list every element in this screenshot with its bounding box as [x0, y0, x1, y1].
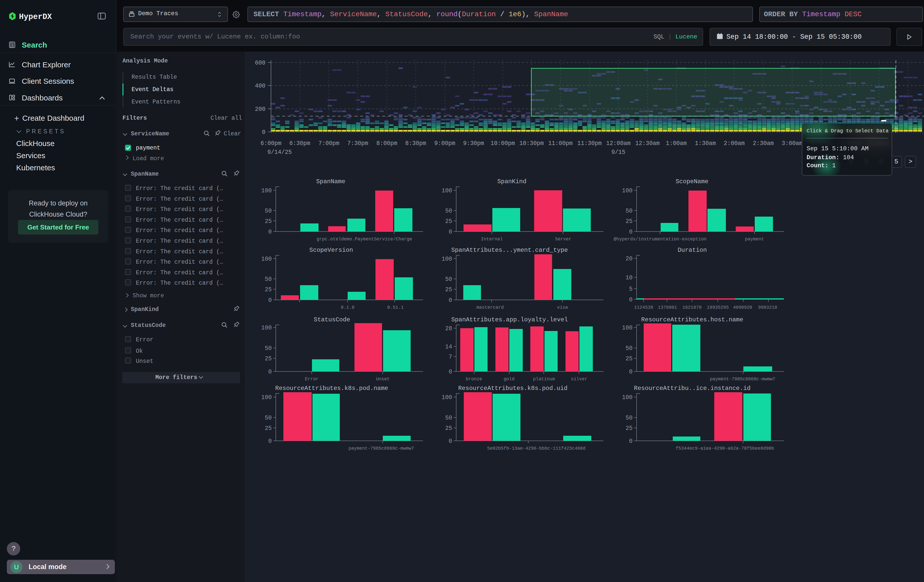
svg-text:50: 50: [445, 276, 452, 283]
svg-text:0: 0: [449, 229, 452, 235]
svg-text:14: 14: [445, 344, 452, 350]
svg-text:ResourceAttributes.host.name: ResourceAttributes.host.name: [641, 316, 743, 323]
svg-text:@hyperdx/instrumentation-excep: @hyperdx/instrumentation-exception: [614, 237, 706, 242]
svg-text:1:00am: 1:00am: [666, 140, 687, 147]
svg-text:f5344ec9-a1ea-4290-a62a-78f5be: f5344ec9-a1ea-4290-a62a-78f5bee8d90b: [676, 446, 774, 451]
svg-text:100: 100: [261, 325, 272, 331]
svg-text:25: 25: [625, 218, 632, 225]
svg-text:100: 100: [622, 325, 632, 331]
svg-text:25: 25: [265, 218, 272, 225]
svg-text:0.51.1: 0.51.1: [387, 305, 404, 310]
svg-text:0: 0: [629, 297, 632, 303]
svg-text:50: 50: [625, 345, 632, 352]
svg-text:grpc.oteldemo.PaymentService/C: grpc.oteldemo.PaymentService/Charge: [317, 237, 412, 242]
svg-text:ResourceAttribu..ice.instance.: ResourceAttribu..ice.instance.id: [634, 385, 751, 392]
svg-text:50: 50: [625, 415, 632, 421]
svg-text:0: 0: [268, 229, 272, 235]
svg-text:100: 100: [261, 188, 272, 194]
svg-text:100: 100: [442, 188, 452, 194]
svg-text:10:00pm: 10:00pm: [491, 140, 515, 147]
svg-text:50: 50: [445, 208, 452, 214]
svg-text:0: 0: [629, 369, 632, 375]
svg-text:Internal: Internal: [481, 237, 503, 242]
svg-text:0: 0: [449, 438, 452, 445]
svg-text:9983218: 9983218: [758, 305, 777, 310]
svg-text:Server: Server: [555, 237, 572, 242]
svg-text:SpanAttributes.app.loyalty.lev: SpanAttributes.app.loyalty.level: [451, 316, 568, 323]
svg-text:1621070: 1621070: [682, 305, 701, 310]
svg-text:10: 10: [625, 275, 632, 281]
svg-text:7:30pm: 7:30pm: [347, 140, 368, 147]
svg-text:payment-7985c8969c-mwmw7: payment-7985c8969c-mwmw7: [348, 446, 414, 451]
svg-text:0: 0: [262, 129, 266, 136]
svg-text:25: 25: [625, 425, 632, 432]
svg-text:100: 100: [442, 394, 452, 401]
svg-text:5e02b5fb-13ae-4296-bbbc-111f42: 5e02b5fb-13ae-4296-bbbc-111f423c460d: [487, 446, 586, 451]
svg-text:25: 25: [265, 356, 272, 362]
svg-text:28: 28: [445, 325, 452, 332]
svg-text:50: 50: [265, 415, 272, 421]
svg-text:ResourceAttributes.k8s.pod.uid: ResourceAttributes.k8s.pod.uid: [458, 385, 568, 392]
svg-text:19935295: 19935295: [707, 305, 729, 310]
svg-text:50: 50: [265, 208, 272, 214]
svg-text:1124538: 1124538: [634, 305, 653, 310]
svg-text:12:30am: 12:30am: [635, 140, 660, 147]
svg-text:6:30pm: 6:30pm: [289, 140, 310, 147]
svg-text:4090920: 4090920: [733, 305, 752, 310]
svg-text:0: 0: [268, 369, 272, 375]
svg-text:Duration: Duration: [678, 247, 707, 254]
svg-text:ScopeName: ScopeName: [676, 178, 708, 185]
svg-text:25: 25: [445, 287, 452, 293]
svg-text:100: 100: [442, 256, 452, 262]
svg-text:9/14/25: 9/14/25: [267, 149, 292, 156]
svg-text:ResourceAttributes.k8s.pod.nam: ResourceAttributes.k8s.pod.name: [275, 385, 388, 392]
svg-text:100: 100: [622, 394, 632, 401]
svg-text:9:30pm: 9:30pm: [463, 140, 484, 147]
svg-text:11:00pm: 11:00pm: [548, 140, 573, 147]
svg-text:9/15: 9/15: [611, 149, 625, 156]
svg-text:0: 0: [268, 297, 272, 303]
svg-text:StatusCode: StatusCode: [314, 316, 350, 323]
svg-text:visa: visa: [557, 305, 568, 310]
svg-text:20: 20: [625, 256, 632, 262]
svg-text:ScopeVersion: ScopeVersion: [309, 247, 353, 254]
svg-text:1:30am: 1:30am: [695, 140, 716, 147]
svg-text:bronze: bronze: [466, 376, 482, 382]
svg-text:0: 0: [629, 438, 632, 445]
svg-text:100: 100: [261, 256, 272, 262]
svg-text:silver: silver: [571, 376, 587, 382]
svg-text:12:00am: 12:00am: [606, 140, 631, 147]
svg-text:25: 25: [265, 425, 272, 432]
svg-text:7: 7: [449, 354, 452, 360]
svg-text:0: 0: [449, 369, 452, 375]
svg-text:25: 25: [445, 425, 452, 432]
svg-text:platinum: platinum: [533, 376, 555, 382]
svg-text:25: 25: [625, 356, 632, 362]
svg-text:Unset: Unset: [376, 376, 389, 382]
svg-text:25: 25: [265, 287, 272, 293]
svg-text:0.1.0: 0.1.0: [341, 305, 355, 310]
svg-text:payment-7985c8969c-mwmw7: payment-7985c8969c-mwmw7: [710, 376, 775, 382]
svg-text:0: 0: [268, 438, 272, 445]
svg-text:50: 50: [265, 345, 272, 352]
svg-text:SpanName: SpanName: [316, 178, 345, 185]
svg-text:0: 0: [449, 297, 452, 303]
svg-text:600: 600: [255, 60, 266, 66]
svg-text:2:30am: 2:30am: [753, 140, 774, 147]
svg-text:10:30pm: 10:30pm: [520, 140, 544, 147]
svg-text:Error: Error: [305, 376, 318, 382]
svg-text:50: 50: [625, 208, 632, 214]
svg-text:2:00am: 2:00am: [724, 140, 745, 147]
svg-text:8:00pm: 8:00pm: [376, 140, 398, 147]
svg-text:400: 400: [255, 83, 266, 89]
svg-text:mastercard: mastercard: [477, 305, 504, 310]
svg-text:100: 100: [622, 188, 632, 194]
svg-text:0: 0: [629, 229, 632, 235]
svg-text:7:00pm: 7:00pm: [318, 140, 340, 147]
svg-text:50: 50: [445, 415, 452, 421]
svg-text:6:00pm: 6:00pm: [261, 140, 282, 147]
svg-text:SpanKind: SpanKind: [497, 178, 526, 185]
svg-text:9:00pm: 9:00pm: [434, 140, 455, 147]
svg-text:50: 50: [265, 276, 272, 283]
svg-text:payment: payment: [745, 237, 764, 242]
